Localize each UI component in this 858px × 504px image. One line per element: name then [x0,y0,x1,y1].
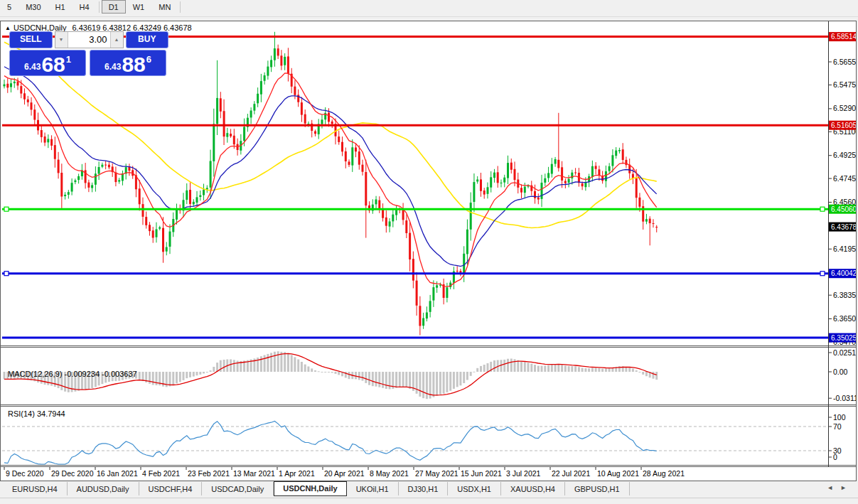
svg-text:6.49250: 6.49250 [833,151,856,159]
tab-eurusd-h4[interactable]: EURUSD,H4 [3,482,68,495]
svg-text:6.52900: 6.52900 [833,104,856,112]
svg-text:6.41950: 6.41950 [833,245,856,253]
svg-text:16 Jan 2021: 16 Jan 2021 [97,469,138,478]
timeframe-toolbar: 5M30H1H4D1W1MN [0,0,858,17]
tab-dj30-h1[interactable]: DJ30,H1 [399,482,449,495]
svg-text:15 Jun 2021: 15 Jun 2021 [461,469,502,478]
chart-tabs-bar: EURUSD,H4AUDUSD,DailyUSDCHF,H4USDCAD,Dai… [0,481,858,498]
svg-text:6.58514: 6.58514 [831,33,856,41]
svg-text:8 May 2021: 8 May 2021 [370,469,409,478]
tab-xauusd-h4[interactable]: XAUUSD,H4 [501,482,565,495]
hline-anchor[interactable] [820,207,825,211]
svg-text:-0.031175: -0.031175 [833,394,856,402]
svg-text:6.38350: 6.38350 [833,291,856,299]
chart-background [1,21,856,481]
svg-text:6.47450: 6.47450 [833,174,856,183]
svg-text:0.00: 0.00 [833,368,848,376]
buy-price-sup: 6 [146,54,151,65]
svg-text:10 Aug 2021: 10 Aug 2021 [597,469,639,478]
svg-text:3 Jul 2021: 3 Jul 2021 [506,469,541,478]
svg-text:MACD(12,26,9) -0.009234 -0.003: MACD(12,26,9) -0.009234 -0.003637 [8,370,137,378]
one-click-trading-panel: SELL ▼ 3.00 ▲ BUY 6.43 68 1 6.43 88 6 [9,31,168,76]
svg-text:23 Feb 2021: 23 Feb 2021 [188,469,230,478]
svg-text:20 Apr 2021: 20 Apr 2021 [324,469,365,478]
svg-text:70: 70 [833,422,842,431]
sell-price-sup: 1 [66,54,71,65]
mt4-terminal: 5M30H1H4D1W1MN MACD(12,26,9) -0.009234 -… [0,0,858,504]
tabs-scroll-right-icon[interactable]: ► [840,484,854,491]
hline-anchor[interactable] [4,272,9,276]
volume-spinner: ▼ 3.00 ▲ [55,31,124,48]
date-axis: 9 Dec 202029 Dec 202016 Jan 20214 Feb 20… [4,467,685,478]
tab-usdchf-h4[interactable]: USDCHF,H4 [139,482,203,495]
buy-price[interactable]: 6.43 88 6 [90,50,166,76]
chart-window: MACD(12,26,9) -0.009234 -0.0036370.02517… [0,21,857,481]
svg-text:9 Dec 2020: 9 Dec 2020 [6,469,44,478]
svg-text:13 Mar 2021: 13 Mar 2021 [233,469,275,478]
svg-text:27 May 2021: 27 May 2021 [415,469,459,478]
svg-text:4 Feb 2021: 4 Feb 2021 [142,469,180,478]
sell-button[interactable]: SELL [9,31,53,48]
tab-usdcad-daily[interactable]: USDCAD,Daily [202,482,274,495]
tabs-scroll-left-icon[interactable]: ◄ [827,484,840,491]
toolbar-separator [99,1,100,13]
sell-price-big: 68 [41,55,65,75]
sell-price-base: 6.43 [24,62,41,72]
svg-text:6.36500: 6.36500 [833,314,856,323]
svg-text:RSI(14) 34.7944: RSI(14) 34.7944 [8,409,65,418]
sell-price[interactable]: 6.43 68 1 [9,50,86,76]
svg-text:22 Jul 2021: 22 Jul 2021 [552,469,590,478]
svg-text:0.02517: 0.02517 [833,348,856,357]
price-chart: MACD(12,26,9) -0.009234 -0.0036370.02517… [1,21,856,481]
tab-ukoil-h1[interactable]: UKOil,H1 [347,482,399,495]
volume-up-icon[interactable]: ▲ [110,32,123,48]
tab-usdx-h1[interactable]: USDX,H1 [448,482,501,495]
svg-text:100: 100 [833,413,846,422]
timeframe-button-d1[interactable]: D1 [102,0,126,14]
svg-text:29 Dec 2020: 29 Dec 2020 [51,469,94,478]
svg-text:6.43678: 6.43678 [831,223,856,231]
timeframe-button-h1[interactable]: H1 [48,0,73,14]
timeframe-button-w1[interactable]: W1 [126,0,152,14]
tab-usdcnh-daily[interactable]: USDCNH,Daily [274,481,346,496]
svg-text:6.51605: 6.51605 [831,122,856,129]
timeframe-button-5[interactable]: 5 [0,0,18,14]
tab-gbpusd-h1[interactable]: GBPUSD,H1 [565,482,630,495]
svg-text:1 Apr 2021: 1 Apr 2021 [279,469,315,478]
buy-price-base: 6.43 [104,62,121,72]
timeframe-button-m30[interactable]: M30 [18,0,48,14]
svg-text:6.54750: 6.54750 [833,80,856,89]
svg-text:6.45060: 6.45060 [831,205,856,213]
buy-price-big: 88 [122,55,145,75]
svg-text:0: 0 [833,453,837,461]
hline-anchor[interactable] [820,272,825,276]
buy-button[interactable]: BUY [126,31,169,48]
svg-text:6.35025: 6.35025 [831,334,856,342]
svg-text:6.40042: 6.40042 [831,269,856,277]
svg-text:6.56550: 6.56550 [833,58,856,66]
timeframe-button-h4[interactable]: H4 [73,0,97,14]
svg-text:28 Aug 2021: 28 Aug 2021 [643,469,685,478]
hline-anchor[interactable] [4,207,9,211]
status-bar [0,498,858,504]
volume-input[interactable]: 3.00 [68,32,110,48]
volume-down-icon[interactable]: ▼ [55,32,68,48]
timeframe-button-mn[interactable]: MN [151,0,178,14]
collapse-triangle-icon[interactable]: ▲ [5,25,11,31]
toolbar-separator [180,1,181,13]
tab-audusd-daily[interactable]: AUDUSD,Daily [68,482,139,495]
